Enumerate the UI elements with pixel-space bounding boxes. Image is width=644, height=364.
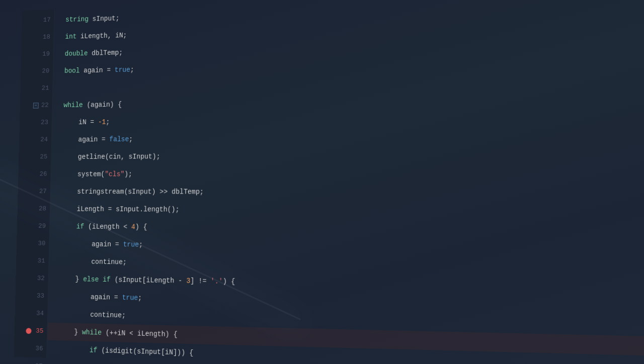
token-bool-type: bool	[64, 62, 80, 79]
line-number-31: 31	[37, 252, 45, 270]
fold-icon-22[interactable]: −	[33, 103, 39, 108]
token-double-type: double	[64, 45, 88, 62]
breakpoint-35[interactable]	[26, 328, 31, 334]
line-number-22: 22 −	[41, 97, 49, 114]
code-editor: 17 18 19 20 21 22 − 23 24 25 26 27 28 29…	[0, 0, 644, 364]
line-number-28: 28	[39, 200, 47, 218]
line-number-24: 24	[40, 131, 48, 148]
token-else-if-1: else if	[83, 270, 111, 289]
code-line-26: system( "cls" );	[62, 164, 644, 183]
token-true-2: true	[123, 236, 139, 253]
token-while-2: while	[82, 323, 102, 341]
line-number-27: 27	[39, 183, 46, 200]
line-number-35: 35	[36, 322, 44, 340]
token-3b: 3	[173, 361, 177, 364]
code-line-25: getline(cin, sInput);	[62, 145, 644, 166]
line-number-25: 25	[40, 148, 47, 165]
token-cls-string: "cls"	[105, 165, 125, 183]
line-number-34: 34	[36, 305, 44, 322]
token-if-2: if	[89, 341, 97, 359]
line-number-32: 32	[37, 270, 45, 288]
line-number-23: 23	[41, 114, 48, 131]
code-line-27: stringstream(sInput) >> dblTemp;	[61, 183, 644, 202]
token-true: true	[114, 61, 130, 79]
line-number-21: 21	[41, 80, 49, 97]
token-if-3: if	[89, 359, 97, 364]
token-while-1: while	[63, 97, 83, 114]
token-int-type: int	[65, 28, 77, 45]
line-number-26: 26	[39, 166, 47, 183]
line-number-30: 30	[38, 235, 46, 252]
code-content[interactable]: string sInput; int iLength, iN; double d…	[47, 0, 644, 364]
line-number-37: 37	[35, 357, 43, 364]
token-string-type: string	[65, 11, 89, 28]
line-number-33: 33	[37, 287, 45, 305]
token-neg1: -1	[98, 114, 106, 131]
line-number-19: 19	[42, 46, 50, 63]
token-if-1: if	[76, 218, 85, 235]
token-dot-char: '.'	[210, 272, 223, 291]
line-number-29: 29	[38, 218, 46, 235]
token-true-3: true	[122, 289, 138, 307]
line-number-36: 36	[35, 340, 43, 357]
line-number-17: 17	[43, 12, 50, 29]
code-line-28: iLength = sInput.length();	[61, 200, 644, 221]
line-number-20: 20	[42, 63, 49, 80]
token-false: false	[109, 131, 129, 148]
line-number-18: 18	[43, 29, 50, 46]
